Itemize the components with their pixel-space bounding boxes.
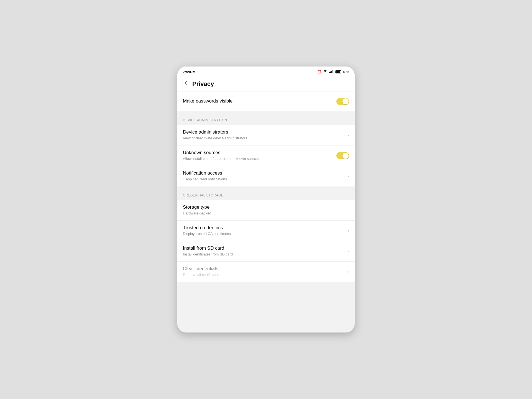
privacy-card: Make passwords visible [177, 91, 355, 111]
toggle-knob [342, 98, 349, 104]
make-passwords-visible-item[interactable]: Make passwords visible [177, 91, 355, 111]
device-administration-section-header: DEVICE ADMINISTRATION [177, 114, 355, 125]
status-icons: ··· ⏰ 89% [313, 70, 349, 74]
trusted-credentials-chevron: › [347, 228, 349, 234]
battery-icon: 89% [335, 70, 349, 73]
page-title: Privacy [192, 80, 214, 88]
toggle-knob [342, 153, 349, 159]
notification-access-subtitle: 1 app can read notifications [183, 177, 347, 182]
notification-access-item[interactable]: Notification access 1 app can read notif… [177, 166, 355, 186]
status-time: 7:59PM [183, 70, 196, 74]
unknown-sources-item[interactable]: Unknown sources Allow installation of ap… [177, 145, 355, 166]
unknown-sources-subtitle: Allow installation of apps from unknown … [183, 156, 336, 161]
status-bar: 7:59PM ··· ⏰ [177, 66, 355, 76]
clear-credentials-title: Clear credentials [183, 266, 347, 272]
device-administration-card: Device administrators View or deactivate… [177, 125, 355, 186]
svg-rect-2 [331, 71, 332, 73]
unknown-sources-title: Unknown sources [183, 150, 336, 155]
svg-rect-0 [329, 72, 330, 73]
svg-rect-3 [332, 70, 333, 73]
clear-credentials-subtitle: Remove all certificates [183, 272, 347, 277]
signal-icon [329, 70, 334, 74]
svg-rect-1 [330, 71, 331, 73]
storage-type-subtitle: Hardware-backed [183, 211, 349, 216]
credential-storage-label: CREDENTIAL STORAGE [183, 193, 223, 197]
alarm-icon: ⏰ [317, 70, 321, 74]
header: Privacy [177, 76, 355, 91]
device-administrators-title: Device administrators [183, 129, 347, 135]
notification-access-title: Notification access [183, 170, 347, 176]
credential-storage-section-header: CREDENTIAL STORAGE [177, 189, 355, 200]
storage-type-item: Storage type Hardware-backed [177, 200, 355, 221]
phone-frame: 7:59PM ··· ⏰ [177, 66, 355, 332]
device-administration-label: DEVICE ADMINISTRATION [183, 118, 227, 122]
notification-access-text: Notification access 1 app can read notif… [183, 170, 347, 182]
clear-credentials-chevron: › [347, 269, 349, 275]
unknown-sources-toggle[interactable] [336, 152, 349, 159]
device-administrators-item[interactable]: Device administrators View or deactivate… [177, 125, 355, 145]
storage-type-text: Storage type Hardware-backed [183, 204, 349, 216]
clear-credentials-item[interactable]: Clear credentials Remove all certificate… [177, 262, 355, 282]
make-passwords-visible-title: Make passwords visible [183, 98, 336, 104]
dots-icon: ··· [313, 70, 316, 74]
install-from-sd-card-item[interactable]: Install from SD card Install certificate… [177, 241, 355, 262]
install-from-sd-card-text: Install from SD card Install certificate… [183, 245, 347, 257]
trusted-credentials-text: Trusted credentials Display trusted CA c… [183, 225, 347, 236]
install-from-sd-card-title: Install from SD card [183, 245, 347, 251]
device-administrators-chevron: › [347, 132, 349, 138]
notification-access-chevron: › [347, 173, 349, 179]
clear-credentials-text: Clear credentials Remove all certificate… [183, 266, 347, 277]
trusted-credentials-title: Trusted credentials [183, 225, 347, 231]
battery-percent: 89% [343, 70, 349, 73]
credential-storage-card: Storage type Hardware-backed Trusted cre… [177, 200, 355, 282]
content-area: Make passwords visible DEVICE ADMINISTRA… [177, 91, 355, 332]
device-administrators-subtitle: View or deactivate device administrators [183, 136, 347, 141]
back-button[interactable] [182, 79, 190, 88]
install-from-sd-card-subtitle: Install certificates from SD card [183, 252, 347, 257]
trusted-credentials-subtitle: Display trusted CA certificates [183, 231, 347, 236]
make-passwords-visible-toggle[interactable] [336, 98, 349, 105]
trusted-credentials-item[interactable]: Trusted credentials Display trusted CA c… [177, 221, 355, 241]
wifi-icon [323, 70, 328, 74]
storage-type-title: Storage type [183, 204, 349, 210]
unknown-sources-text: Unknown sources Allow installation of ap… [183, 150, 336, 161]
install-from-sd-card-chevron: › [347, 248, 349, 254]
make-passwords-visible-text: Make passwords visible [183, 98, 336, 105]
device-administrators-text: Device administrators View or deactivate… [183, 129, 347, 141]
